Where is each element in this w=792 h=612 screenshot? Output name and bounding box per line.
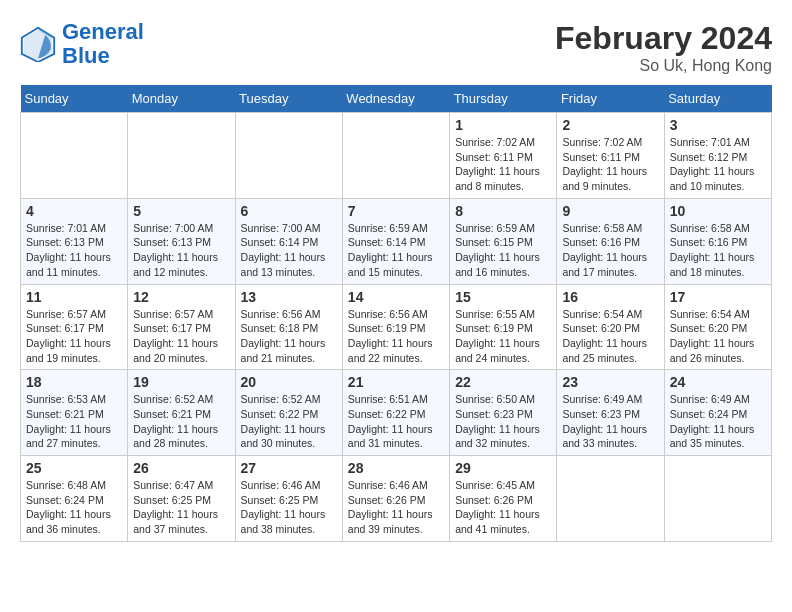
week-row-2: 4Sunrise: 7:01 AM Sunset: 6:13 PM Daylig… [21, 198, 772, 284]
calendar-cell [235, 113, 342, 199]
calendar-cell: 2Sunrise: 7:02 AM Sunset: 6:11 PM Daylig… [557, 113, 664, 199]
day-info: Sunrise: 6:52 AM Sunset: 6:21 PM Dayligh… [133, 392, 229, 451]
calendar-cell: 9Sunrise: 6:58 AM Sunset: 6:16 PM Daylig… [557, 198, 664, 284]
header-row: SundayMondayTuesdayWednesdayThursdayFrid… [21, 85, 772, 113]
header-day-saturday: Saturday [664, 85, 771, 113]
calendar-cell: 6Sunrise: 7:00 AM Sunset: 6:14 PM Daylig… [235, 198, 342, 284]
day-number: 9 [562, 203, 658, 219]
day-number: 24 [670, 374, 766, 390]
day-info: Sunrise: 6:48 AM Sunset: 6:24 PM Dayligh… [26, 478, 122, 537]
header-day-monday: Monday [128, 85, 235, 113]
month-year: February 2024 [555, 20, 772, 57]
week-row-3: 11Sunrise: 6:57 AM Sunset: 6:17 PM Dayli… [21, 284, 772, 370]
calendar-cell: 21Sunrise: 6:51 AM Sunset: 6:22 PM Dayli… [342, 370, 449, 456]
day-info: Sunrise: 6:55 AM Sunset: 6:19 PM Dayligh… [455, 307, 551, 366]
day-info: Sunrise: 7:02 AM Sunset: 6:11 PM Dayligh… [455, 135, 551, 194]
day-number: 29 [455, 460, 551, 476]
day-info: Sunrise: 7:01 AM Sunset: 6:12 PM Dayligh… [670, 135, 766, 194]
calendar-cell: 24Sunrise: 6:49 AM Sunset: 6:24 PM Dayli… [664, 370, 771, 456]
calendar-cell: 5Sunrise: 7:00 AM Sunset: 6:13 PM Daylig… [128, 198, 235, 284]
day-info: Sunrise: 6:56 AM Sunset: 6:19 PM Dayligh… [348, 307, 444, 366]
header-day-friday: Friday [557, 85, 664, 113]
logo-blue: Blue [62, 43, 110, 68]
day-number: 12 [133, 289, 229, 305]
day-info: Sunrise: 6:45 AM Sunset: 6:26 PM Dayligh… [455, 478, 551, 537]
day-info: Sunrise: 7:00 AM Sunset: 6:13 PM Dayligh… [133, 221, 229, 280]
day-number: 26 [133, 460, 229, 476]
day-info: Sunrise: 6:49 AM Sunset: 6:24 PM Dayligh… [670, 392, 766, 451]
calendar-cell: 18Sunrise: 6:53 AM Sunset: 6:21 PM Dayli… [21, 370, 128, 456]
header: General Blue February 2024 So Uk, Hong K… [20, 20, 772, 75]
calendar-cell [21, 113, 128, 199]
day-number: 28 [348, 460, 444, 476]
day-number: 6 [241, 203, 337, 219]
day-number: 8 [455, 203, 551, 219]
day-number: 21 [348, 374, 444, 390]
week-row-4: 18Sunrise: 6:53 AM Sunset: 6:21 PM Dayli… [21, 370, 772, 456]
day-number: 5 [133, 203, 229, 219]
day-number: 2 [562, 117, 658, 133]
calendar-cell: 22Sunrise: 6:50 AM Sunset: 6:23 PM Dayli… [450, 370, 557, 456]
logo-icon [20, 26, 56, 62]
calendar-cell: 11Sunrise: 6:57 AM Sunset: 6:17 PM Dayli… [21, 284, 128, 370]
day-info: Sunrise: 6:46 AM Sunset: 6:26 PM Dayligh… [348, 478, 444, 537]
day-info: Sunrise: 6:57 AM Sunset: 6:17 PM Dayligh… [26, 307, 122, 366]
header-day-sunday: Sunday [21, 85, 128, 113]
header-day-tuesday: Tuesday [235, 85, 342, 113]
calendar-cell: 23Sunrise: 6:49 AM Sunset: 6:23 PM Dayli… [557, 370, 664, 456]
calendar-cell: 27Sunrise: 6:46 AM Sunset: 6:25 PM Dayli… [235, 456, 342, 542]
calendar-cell: 15Sunrise: 6:55 AM Sunset: 6:19 PM Dayli… [450, 284, 557, 370]
day-number: 20 [241, 374, 337, 390]
day-number: 15 [455, 289, 551, 305]
day-info: Sunrise: 6:50 AM Sunset: 6:23 PM Dayligh… [455, 392, 551, 451]
day-number: 16 [562, 289, 658, 305]
day-number: 13 [241, 289, 337, 305]
day-number: 7 [348, 203, 444, 219]
day-number: 3 [670, 117, 766, 133]
calendar-cell [664, 456, 771, 542]
calendar-cell [557, 456, 664, 542]
logo: General Blue [20, 20, 144, 68]
day-number: 23 [562, 374, 658, 390]
day-info: Sunrise: 7:02 AM Sunset: 6:11 PM Dayligh… [562, 135, 658, 194]
calendar-cell: 14Sunrise: 6:56 AM Sunset: 6:19 PM Dayli… [342, 284, 449, 370]
calendar-cell: 16Sunrise: 6:54 AM Sunset: 6:20 PM Dayli… [557, 284, 664, 370]
header-day-wednesday: Wednesday [342, 85, 449, 113]
day-info: Sunrise: 6:51 AM Sunset: 6:22 PM Dayligh… [348, 392, 444, 451]
calendar-cell: 1Sunrise: 7:02 AM Sunset: 6:11 PM Daylig… [450, 113, 557, 199]
week-row-5: 25Sunrise: 6:48 AM Sunset: 6:24 PM Dayli… [21, 456, 772, 542]
day-info: Sunrise: 6:59 AM Sunset: 6:15 PM Dayligh… [455, 221, 551, 280]
day-number: 18 [26, 374, 122, 390]
week-row-1: 1Sunrise: 7:02 AM Sunset: 6:11 PM Daylig… [21, 113, 772, 199]
calendar-cell: 29Sunrise: 6:45 AM Sunset: 6:26 PM Dayli… [450, 456, 557, 542]
day-number: 10 [670, 203, 766, 219]
day-info: Sunrise: 6:54 AM Sunset: 6:20 PM Dayligh… [670, 307, 766, 366]
day-info: Sunrise: 7:01 AM Sunset: 6:13 PM Dayligh… [26, 221, 122, 280]
day-info: Sunrise: 7:00 AM Sunset: 6:14 PM Dayligh… [241, 221, 337, 280]
calendar-table: SundayMondayTuesdayWednesdayThursdayFrid… [20, 85, 772, 542]
calendar-cell: 20Sunrise: 6:52 AM Sunset: 6:22 PM Dayli… [235, 370, 342, 456]
calendar-cell: 8Sunrise: 6:59 AM Sunset: 6:15 PM Daylig… [450, 198, 557, 284]
day-info: Sunrise: 6:49 AM Sunset: 6:23 PM Dayligh… [562, 392, 658, 451]
day-info: Sunrise: 6:47 AM Sunset: 6:25 PM Dayligh… [133, 478, 229, 537]
day-number: 17 [670, 289, 766, 305]
calendar-cell: 10Sunrise: 6:58 AM Sunset: 6:16 PM Dayli… [664, 198, 771, 284]
calendar-cell: 4Sunrise: 7:01 AM Sunset: 6:13 PM Daylig… [21, 198, 128, 284]
calendar-cell: 12Sunrise: 6:57 AM Sunset: 6:17 PM Dayli… [128, 284, 235, 370]
day-info: Sunrise: 6:59 AM Sunset: 6:14 PM Dayligh… [348, 221, 444, 280]
day-info: Sunrise: 6:56 AM Sunset: 6:18 PM Dayligh… [241, 307, 337, 366]
day-number: 25 [26, 460, 122, 476]
day-number: 22 [455, 374, 551, 390]
title-area: February 2024 So Uk, Hong Kong [555, 20, 772, 75]
day-info: Sunrise: 6:57 AM Sunset: 6:17 PM Dayligh… [133, 307, 229, 366]
day-number: 1 [455, 117, 551, 133]
calendar-cell: 3Sunrise: 7:01 AM Sunset: 6:12 PM Daylig… [664, 113, 771, 199]
day-number: 27 [241, 460, 337, 476]
day-info: Sunrise: 6:53 AM Sunset: 6:21 PM Dayligh… [26, 392, 122, 451]
day-info: Sunrise: 6:58 AM Sunset: 6:16 PM Dayligh… [562, 221, 658, 280]
calendar-cell: 17Sunrise: 6:54 AM Sunset: 6:20 PM Dayli… [664, 284, 771, 370]
calendar-cell: 28Sunrise: 6:46 AM Sunset: 6:26 PM Dayli… [342, 456, 449, 542]
logo-general: General [62, 19, 144, 44]
day-info: Sunrise: 6:54 AM Sunset: 6:20 PM Dayligh… [562, 307, 658, 366]
calendar-cell: 19Sunrise: 6:52 AM Sunset: 6:21 PM Dayli… [128, 370, 235, 456]
